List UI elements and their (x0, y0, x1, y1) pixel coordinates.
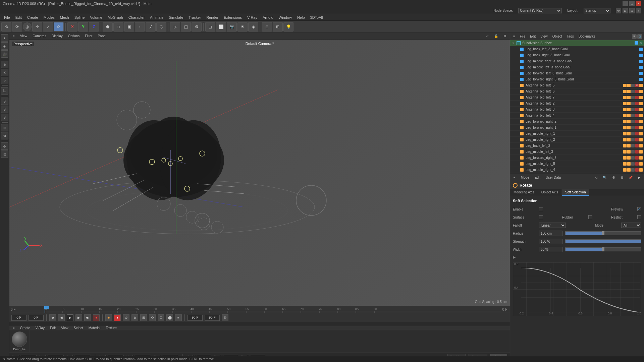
object-list[interactable]: ▼ Subdivision Surface ⊙ Leg_back_left_3_… (510, 40, 644, 174)
obj-icon-2[interactable]: ◻ (637, 34, 642, 39)
frame-input-current[interactable] (11, 315, 26, 321)
left-tool-cog[interactable]: ⊡ (1, 150, 8, 158)
transport-vray-9[interactable]: ≡ (175, 314, 182, 321)
obj-header-edit[interactable]: Edit (529, 35, 537, 38)
list-item[interactable]: Leg_middle_right_4 (510, 167, 644, 173)
top-icon-btn-1[interactable]: ⟲ (616, 8, 621, 13)
toolbar-btn-light[interactable]: ☀ (237, 22, 248, 32)
prop-tab-mode[interactable]: Mode (520, 176, 531, 179)
transport-vray-4[interactable]: ⊕ (131, 314, 138, 321)
menu-edit[interactable]: Edit (13, 14, 24, 20)
list-item[interactable]: Antenna_big_left_3 (510, 107, 644, 113)
prop-header-icon-3[interactable]: ⚙ (611, 176, 616, 179)
prop-header-icon-1[interactable]: ◁ (593, 176, 599, 179)
ss-strength-input[interactable] (539, 239, 562, 244)
vp-menu-view[interactable]: View (19, 34, 29, 38)
list-item[interactable]: Leg_forward_right_1 (510, 125, 644, 131)
menu-tracker[interactable]: Tracker (186, 14, 204, 20)
frame-input-start[interactable] (187, 315, 203, 321)
obj-header-toggle[interactable]: ≡ (512, 35, 516, 38)
toolbar-btn-null[interactable]: ◻ (205, 22, 215, 32)
left-tool-scale[interactable]: ⤢ (1, 77, 8, 84)
toolbar-btn-render-region[interactable]: ◫ (181, 22, 191, 32)
list-item[interactable]: Leg_back_left_3_bone.Goal (510, 46, 644, 52)
menu-vray[interactable]: V-Ray (245, 14, 260, 20)
root-icon-edit[interactable]: ⊙ (639, 41, 643, 45)
toolbar-btn-y[interactable]: Y (78, 22, 88, 32)
left-tool-s2[interactable]: S (1, 106, 8, 113)
list-item[interactable]: Leg_middle_right_2 (510, 137, 644, 143)
top-icon-btn-4[interactable]: ↑ (636, 8, 641, 13)
ss-rubber-checkbox[interactable] (588, 215, 592, 219)
ss-width-handle[interactable] (602, 247, 604, 251)
left-tool-s1[interactable]: S (1, 98, 8, 105)
list-item[interactable]: Leg_middle_left_3_bone.Goal (510, 64, 644, 70)
list-item[interactable]: Antenna_big_left_4 (510, 113, 644, 119)
ss-restrict-checkbox[interactable] (637, 215, 641, 219)
left-tool-rotate[interactable]: ⟲ (1, 69, 8, 76)
ss-mode-select[interactable]: All (621, 223, 641, 228)
toolbar-btn-render[interactable]: ▷ (170, 22, 180, 32)
menu-file[interactable]: File (1, 14, 13, 20)
toolbar-btn-model[interactable]: ⬟ (103, 22, 113, 32)
ss-radius-input[interactable] (539, 231, 562, 236)
prop-header-icon-4[interactable]: ⊞ (619, 176, 625, 179)
list-item[interactable]: Antenna_big_left_6 (510, 88, 644, 95)
list-item[interactable]: Leg_back_left_2 (510, 143, 644, 149)
toolbar-btn-lights-on[interactable]: 💡 (283, 22, 293, 32)
ss-radius-slider[interactable] (565, 231, 641, 235)
transport-vray-5[interactable]: ⊞ (140, 314, 147, 321)
toolbar-btn-z[interactable]: Z (89, 22, 99, 32)
transport-prev[interactable]: ◀ (58, 314, 65, 321)
node-space-select[interactable]: Current (V-Ray) (518, 8, 562, 13)
obj-header-bookmarks[interactable]: Bookmarks (578, 35, 596, 38)
left-tool-l[interactable]: L (1, 87, 8, 95)
transport-settings[interactable]: ⚙ (222, 314, 228, 321)
transport-vray-1[interactable]: ◈ (105, 314, 112, 321)
vp-icon-camera-lock[interactable]: 🔒 (493, 34, 499, 38)
menu-window[interactable]: Window (276, 14, 294, 20)
transport-vray-6[interactable]: ⟲ (149, 314, 156, 321)
toolbar-btn-point[interactable]: ◦ (135, 22, 145, 32)
ss-strength-slider[interactable] (565, 239, 641, 243)
transport-vray-3[interactable]: ⊙ (123, 314, 129, 321)
menu-character[interactable]: Character (126, 14, 147, 20)
vp-menu-filter[interactable]: Filter (84, 34, 94, 38)
bb-menu-edit[interactable]: Edit (49, 326, 57, 330)
vp-menu-cameras[interactable]: Cameras (31, 34, 48, 38)
left-tool-s3[interactable]: S (1, 114, 8, 121)
vp-menu-panel[interactable]: Panel (96, 34, 108, 38)
menu-arnold[interactable]: Arnold (260, 14, 276, 20)
top-icon-btn-2[interactable]: ⊞ (623, 8, 628, 13)
left-tool-gear[interactable]: ⚙ (1, 142, 8, 150)
obj-header-tags[interactable]: Tags (566, 35, 575, 38)
bb-menu-material[interactable]: Material (87, 326, 102, 330)
ss-width-slider[interactable] (565, 247, 641, 251)
ss-radius-handle[interactable] (602, 231, 604, 235)
list-item[interactable]: Leg_middle_right_5 (510, 161, 644, 167)
obj-header-object[interactable]: Object (551, 35, 563, 38)
list-item[interactable]: Leg_forward_left_3_bone.Goal (510, 70, 644, 76)
obj-icon-1[interactable]: ⊞ (632, 34, 637, 39)
menu-extensions[interactable]: Extensions (221, 14, 245, 20)
list-item[interactable]: Leg_middle_right_3_bone.Goal (510, 58, 644, 64)
ss-preview-checkbox[interactable] (637, 207, 641, 211)
viewport-canvas[interactable]: X Y Z (9, 40, 510, 306)
list-item[interactable]: Antenna_big_left_2 (510, 101, 644, 107)
menu-mesh[interactable]: Mesh (57, 14, 72, 20)
top-icon-btn-3[interactable]: ⊟ (629, 8, 635, 13)
bb-menu-create[interactable]: Create (19, 326, 32, 330)
obj-header-view[interactable]: View (539, 35, 549, 38)
ss-width-input[interactable] (539, 247, 562, 252)
obj-header-file[interactable]: File (519, 35, 526, 38)
transport-record[interactable]: ● (93, 314, 100, 321)
toolbar-btn-live-selection[interactable]: ◎ (23, 22, 32, 31)
toolbar-btn-camera[interactable]: 📷 (227, 22, 237, 32)
toolbar-btn-x[interactable]: X (67, 22, 77, 32)
prop-header-icon-5[interactable]: 📌 (627, 176, 634, 179)
transport-next[interactable]: ▶ (75, 314, 82, 321)
ss-expand-btn[interactable]: ▶ (513, 255, 516, 259)
toolbar-btn-snap[interactable]: ⊕ (262, 22, 272, 32)
vp-menu-display[interactable]: Display (50, 34, 64, 38)
left-tool-move[interactable]: ⊕ (1, 61, 8, 68)
